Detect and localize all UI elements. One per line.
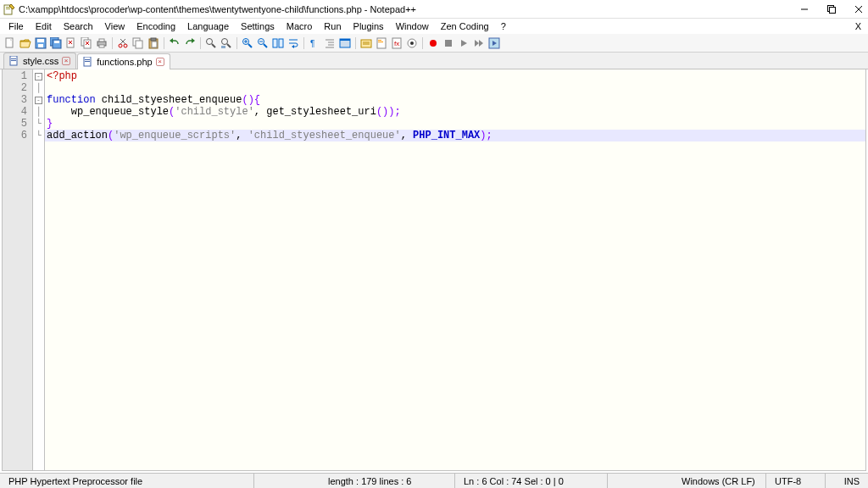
- line-number: 1: [3, 70, 32, 82]
- folder-as-workspace-icon[interactable]: [359, 36, 373, 50]
- svg-point-70: [430, 40, 437, 47]
- tab-style-css[interactable]: style.css ×: [3, 53, 76, 69]
- close-file-icon[interactable]: [64, 36, 78, 50]
- save-icon[interactable]: [34, 36, 47, 50]
- tab-label: style.css: [23, 56, 58, 66]
- custom-dialog-icon[interactable]: [338, 36, 352, 50]
- toolbar-separator: [303, 37, 304, 49]
- toolbar-separator: [355, 37, 356, 49]
- menu-zen[interactable]: Zen Coding: [436, 20, 494, 32]
- maximize-button[interactable]: [826, 3, 837, 15]
- svg-rect-79: [11, 60, 16, 61]
- svg-line-43: [248, 44, 252, 47]
- replace-icon[interactable]: [220, 36, 233, 50]
- cut-icon[interactable]: [116, 36, 130, 50]
- svg-rect-63: [377, 38, 386, 48]
- save-macro-icon[interactable]: [487, 36, 501, 50]
- svg-point-27: [124, 44, 127, 47]
- toolbar-separator: [422, 37, 423, 49]
- status-encoding[interactable]: UTF-8: [766, 474, 826, 488]
- menu-file[interactable]: File: [3, 20, 29, 32]
- svg-rect-33: [151, 38, 156, 41]
- toolbar-separator: [164, 37, 164, 49]
- stop-macro-icon[interactable]: [442, 36, 455, 50]
- sync-scroll-icon[interactable]: [271, 36, 285, 50]
- svg-point-37: [207, 38, 213, 44]
- menu-plugins[interactable]: Plugins: [348, 20, 389, 32]
- tab-close-icon[interactable]: ×: [156, 58, 164, 66]
- code-area[interactable]: <?php function child_styesheet_enqueue()…: [45, 69, 865, 470]
- svg-rect-8: [6, 38, 13, 47]
- zoom-in-icon[interactable]: [241, 36, 254, 50]
- file-icon: [9, 56, 19, 66]
- svg-rect-12: [38, 44, 43, 47]
- play-multi-icon[interactable]: [472, 36, 486, 50]
- menu-language[interactable]: Language: [182, 20, 234, 32]
- copy-icon[interactable]: [131, 36, 145, 50]
- menu-window[interactable]: Window: [391, 20, 434, 32]
- status-insert-mode[interactable]: INS: [826, 474, 868, 488]
- zoom-out-icon[interactable]: [256, 36, 270, 50]
- svg-rect-82: [85, 61, 90, 62]
- print-icon[interactable]: [95, 36, 108, 50]
- svg-text:fx: fx: [394, 40, 399, 47]
- status-eol[interactable]: Windows (CR LF): [673, 474, 766, 488]
- fold-toggle[interactable]: -: [33, 70, 44, 82]
- menu-macro[interactable]: Macro: [281, 20, 318, 32]
- svg-rect-78: [11, 58, 16, 59]
- monitoring-icon[interactable]: [405, 36, 419, 50]
- close-all-icon[interactable]: [80, 36, 93, 50]
- menubar-close-button[interactable]: X: [852, 21, 865, 31]
- svg-point-26: [119, 44, 122, 47]
- svg-rect-64: [378, 40, 381, 41]
- indent-guides-icon[interactable]: [323, 36, 337, 50]
- window-title: C:\xampp\htdocs\procoder\wp-content\them…: [19, 4, 798, 14]
- menu-encoding[interactable]: Encoding: [131, 20, 181, 32]
- menubar: File Edit Search View Encoding Language …: [0, 19, 868, 34]
- line-number: 3: [3, 94, 32, 106]
- svg-line-38: [212, 44, 215, 47]
- line-number: 6: [3, 130, 32, 141]
- svg-point-69: [410, 42, 414, 45]
- minimize-button[interactable]: [798, 3, 810, 15]
- menu-help[interactable]: ?: [496, 20, 511, 32]
- svg-rect-2: [6, 8, 10, 9]
- function-list-icon[interactable]: fx: [390, 36, 403, 50]
- record-macro-icon[interactable]: [426, 36, 440, 50]
- svg-rect-49: [273, 39, 277, 47]
- svg-rect-34: [152, 42, 157, 47]
- svg-line-47: [264, 44, 267, 47]
- svg-rect-24: [99, 39, 104, 42]
- line-number-gutter: 1 2 3 4 5 6: [3, 69, 33, 470]
- svg-marker-35: [170, 38, 173, 43]
- line-number: 4: [3, 106, 32, 118]
- show-all-chars-icon[interactable]: ¶: [308, 36, 321, 50]
- menu-settings[interactable]: Settings: [236, 20, 280, 32]
- menu-view[interactable]: View: [100, 20, 131, 32]
- menu-search[interactable]: Search: [58, 20, 98, 32]
- tab-close-icon[interactable]: ×: [62, 57, 70, 65]
- paste-icon[interactable]: [147, 36, 160, 50]
- find-icon[interactable]: [204, 36, 218, 50]
- menu-run[interactable]: Run: [319, 20, 346, 32]
- undo-icon[interactable]: [168, 36, 181, 50]
- svg-rect-59: [340, 39, 350, 41]
- window-controls: [798, 3, 865, 15]
- close-button[interactable]: [853, 3, 865, 15]
- open-file-icon[interactable]: [19, 36, 32, 50]
- fold-toggle[interactable]: -: [33, 94, 44, 106]
- svg-marker-52: [292, 45, 294, 48]
- save-all-icon[interactable]: [49, 36, 63, 50]
- toolbar: ¶ fx: [0, 34, 868, 53]
- play-macro-icon[interactable]: [457, 36, 470, 50]
- new-file-icon[interactable]: [3, 36, 17, 50]
- svg-rect-5: [830, 7, 836, 13]
- svg-rect-31: [136, 41, 142, 48]
- wordwrap-icon[interactable]: [287, 36, 300, 50]
- svg-rect-71: [445, 40, 452, 47]
- tab-functions-php[interactable]: functions.php ×: [77, 53, 170, 69]
- menu-edit[interactable]: Edit: [31, 20, 57, 32]
- document-map-icon[interactable]: [375, 36, 388, 50]
- redo-icon[interactable]: [183, 36, 197, 50]
- svg-marker-36: [192, 38, 195, 43]
